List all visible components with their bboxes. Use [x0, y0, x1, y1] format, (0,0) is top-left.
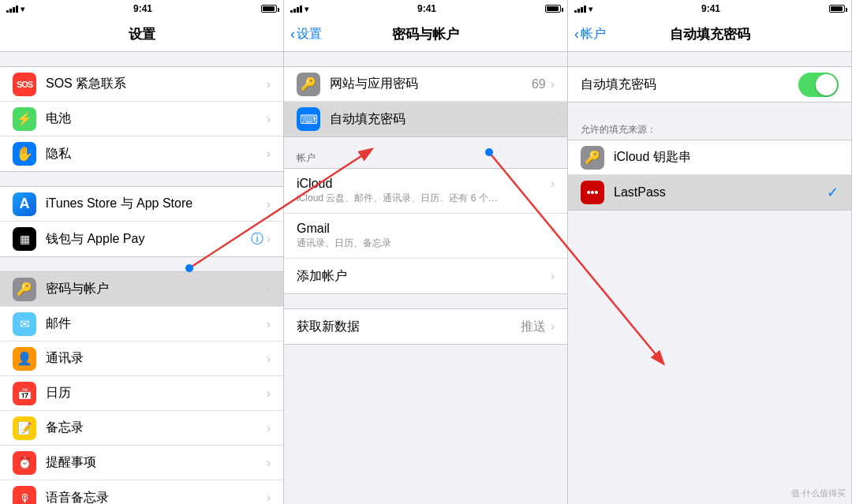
back-button-3[interactable]: ‹ 帐户: [574, 26, 606, 43]
chevron-icon: ›: [551, 269, 555, 283]
appstore-label: iTunes Store 与 App Store: [46, 196, 267, 212]
list-card-toggle: 自动填充密码: [568, 66, 851, 103]
key-icon: 🔑: [297, 73, 320, 96]
icloud-account-item[interactable]: iCloud › iCloud 云盘、邮件、通讯录、日历、还有 6 个…: [284, 169, 567, 214]
section-pw-top: 🔑 网站与应用密码 69 › ⌨ 自动填充密码 ›: [284, 66, 567, 137]
website-passwords-item[interactable]: 🔑 网站与应用密码 69 ›: [284, 67, 567, 102]
wifi-icon-2: ▾: [305, 5, 308, 13]
autofill-list: 自动填充密码 允许的填充来源： 🔑 iCloud 钥匙串: [568, 52, 851, 504]
status-bar-2: ▾ 9:41: [284, 0, 567, 17]
back-label-3: 帐户: [581, 26, 606, 43]
settings-item-reminders[interactable]: ⏰ 提醒事项 ›: [0, 446, 283, 480]
settings-item-voice[interactable]: 🎙 语音备忘录 ›: [0, 480, 283, 504]
wallet-label: 钱包与 Apple Pay: [46, 231, 251, 248]
back-button-2[interactable]: ‹ 设置: [290, 26, 322, 43]
back-label-2: 设置: [297, 26, 322, 43]
icloud-keychain-item[interactable]: 🔑 iCloud 钥匙串: [568, 140, 851, 175]
icloud-keychain-icon: 🔑: [581, 146, 604, 170]
nav-title-2: 密码与帐户: [392, 25, 459, 43]
back-chevron-2: ‹: [290, 26, 295, 43]
settings-item-mail[interactable]: ✉ 邮件 ›: [0, 307, 283, 342]
wallet-icon: ▦: [13, 227, 36, 251]
settings-item-notes[interactable]: 📝 备忘录 ›: [0, 411, 283, 446]
mail-icon: ✉: [13, 312, 36, 336]
status-bar-1: ▾ 9:41: [0, 0, 283, 17]
signal-icon-3: [574, 5, 586, 13]
list-card-sources: 🔑 iCloud 钥匙串 ••• LastPass ✓: [568, 140, 851, 211]
battery-label: 电池: [46, 110, 267, 127]
chevron-icon: ›: [267, 456, 271, 470]
chevron-icon: ›: [551, 177, 555, 191]
settings-item-wallet[interactable]: ▦ 钱包与 Apple Pay ⓘ ›: [0, 222, 283, 256]
autofill-item[interactable]: ⌨ 自动填充密码 ›: [284, 102, 567, 136]
keyboard-icon: ⌨: [297, 107, 320, 131]
status-right-2: [545, 5, 561, 13]
add-account-item[interactable]: 添加帐户 ›: [284, 259, 567, 293]
list-card-pw-top: 🔑 网站与应用密码 69 › ⌨ 自动填充密码 ›: [284, 66, 567, 137]
checkmark-icon: ✓: [827, 184, 839, 201]
fetch-label: 获取新数据: [297, 319, 521, 335]
settings-item-passwords[interactable]: 🔑 密码与帐户 ›: [0, 272, 283, 307]
time-3: 9:41: [701, 3, 720, 14]
add-account-label: 添加帐户: [297, 268, 551, 285]
notes-icon: 📝: [13, 416, 36, 440]
lastpass-item[interactable]: ••• LastPass ✓: [568, 175, 851, 210]
fetch-value: 推送: [521, 319, 546, 335]
chevron-icon: ›: [551, 112, 555, 126]
reminders-label: 提醒事项: [46, 454, 267, 471]
nav-bar-2: ‹ 设置 密码与帐户: [284, 17, 567, 52]
battery-icon: [261, 5, 277, 13]
section-top: SOS SOS 紧急联系 › ⚡ 电池 › ✋ 隐私 ›: [0, 66, 283, 172]
list-card-passwords: 🔑 密码与帐户 › ✉ 邮件 › 👤 通讯录 ›: [0, 271, 283, 504]
chevron-icon: ›: [551, 77, 555, 91]
panel-settings: ▾ 9:41 设置 SOS SOS 紧急联系 ›: [0, 0, 284, 504]
autofill-toggle[interactable]: [798, 73, 839, 97]
lastpass-icon: •••: [581, 181, 604, 204]
settings-item-calendar[interactable]: 📅 日历 ›: [0, 376, 283, 411]
contacts-label: 通讯录: [46, 350, 267, 367]
section-toggle: 自动填充密码: [568, 66, 851, 103]
time-2: 9:41: [417, 3, 436, 14]
nav-title-3: 自动填充密码: [670, 25, 750, 43]
autofill-label: 自动填充密码: [330, 111, 551, 128]
autofill-toggle-item[interactable]: 自动填充密码: [568, 67, 851, 102]
signal-icon-2: [290, 5, 302, 13]
status-left-1: ▾: [6, 5, 24, 13]
settings-list: SOS SOS 紧急联系 › ⚡ 电池 › ✋ 隐私 ›: [0, 52, 283, 504]
icloud-sub: iCloud 云盘、邮件、通讯录、日历、还有 6 个…: [297, 192, 498, 205]
privacy-label: 隐私: [46, 146, 267, 162]
appstore-icon: A: [13, 192, 36, 216]
settings-item-sos[interactable]: SOS SOS 紧急联系 ›: [0, 67, 283, 102]
gmail-account-item[interactable]: Gmail › 通讯录、日历、备忘录: [284, 214, 567, 259]
voice-label: 语音备忘录: [46, 490, 267, 505]
panel-autofill: ▾ 9:41 ‹ 帐户 自动填充密码 自动填充密码: [568, 0, 852, 504]
nav-bar-3: ‹ 帐户 自动填充密码: [568, 17, 851, 52]
section-passwords: 🔑 密码与帐户 › ✉ 邮件 › 👤 通讯录 ›: [0, 271, 283, 504]
list-card-top: SOS SOS 紧急联系 › ⚡ 电池 › ✋ 隐私 ›: [0, 66, 283, 172]
chevron-icon: ›: [267, 421, 271, 435]
chevron-icon: ›: [551, 319, 555, 334]
fetch-item[interactable]: 获取新数据 推送 ›: [284, 309, 567, 344]
chevron-icon: ›: [267, 352, 271, 366]
panel-passwords: ▾ 9:41 ‹ 设置 密码与帐户 🔑 网站与应用: [284, 0, 568, 504]
mail-label: 邮件: [46, 315, 267, 332]
settings-item-appstore[interactable]: A iTunes Store 与 App Store ›: [0, 187, 283, 222]
passwords-label: 密码与帐户: [46, 281, 267, 297]
settings-item-privacy[interactable]: ✋ 隐私 ›: [0, 136, 283, 171]
battery-settings-icon: ⚡: [13, 107, 36, 131]
voice-icon: 🎙: [13, 486, 36, 504]
wallet-badge: ⓘ: [251, 231, 263, 248]
back-chevron-3: ‹: [574, 26, 579, 43]
chevron-icon: ›: [267, 386, 271, 401]
calendar-icon: 📅: [13, 382, 36, 405]
passwords-list: 🔑 网站与应用密码 69 › ⌨ 自动填充密码 › 帐户: [284, 52, 567, 504]
chevron-icon: ›: [551, 222, 555, 236]
chevron-icon: ›: [267, 147, 271, 161]
settings-item-contacts[interactable]: 👤 通讯录 ›: [0, 342, 283, 376]
signal-icon: [6, 5, 18, 13]
reminders-icon: ⏰: [13, 451, 36, 475]
nav-title-1: 设置: [129, 25, 155, 43]
status-left-3: ▾: [574, 5, 592, 13]
website-passwords-label: 网站与应用密码: [330, 76, 532, 92]
settings-item-battery[interactable]: ⚡ 电池 ›: [0, 102, 283, 136]
